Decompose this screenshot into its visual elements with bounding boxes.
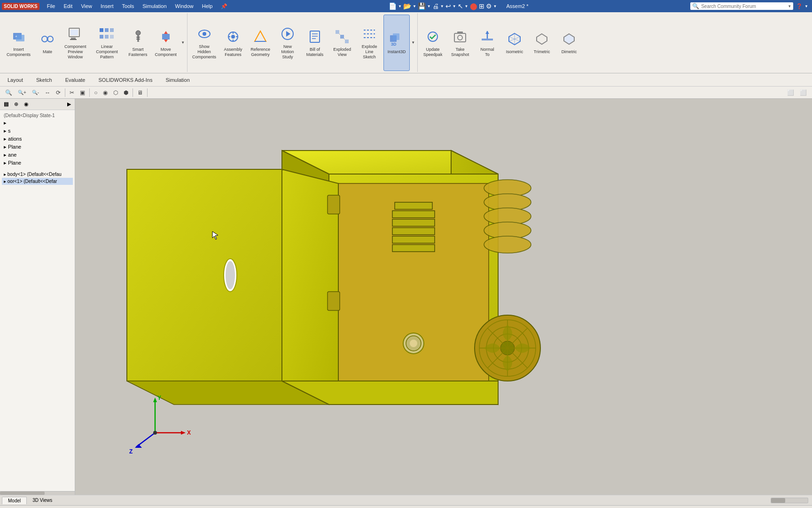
dropdown-arrow[interactable]: ▼	[398, 4, 402, 8]
view-pan[interactable]: ↔	[42, 88, 53, 97]
tab-sketch[interactable]: Sketch	[31, 76, 58, 84]
menu-view[interactable]: View	[77, 2, 96, 10]
dropdown-arrow8[interactable]: ▼	[804, 4, 808, 8]
menu-file[interactable]: File	[43, 2, 59, 10]
red-circle-icon[interactable]: ⬤	[470, 2, 477, 10]
mate-button[interactable]: Mate	[34, 15, 61, 71]
new-motion-study-button[interactable]: NewMotionStudy	[274, 15, 301, 71]
dropdown-arrow6[interactable]: ▼	[465, 4, 468, 8]
dimetric-button[interactable]: Dimetric	[556, 15, 582, 71]
view-appearance[interactable]: ◉	[101, 88, 110, 97]
show-hidden-label: ShowHiddenComponents	[192, 44, 216, 59]
view-realview[interactable]: ⬢	[121, 88, 131, 97]
dropdown-arrow3[interactable]: ▼	[427, 4, 431, 8]
menu-insert[interactable]: Insert	[97, 2, 117, 10]
search-icon: 🔍	[692, 3, 699, 9]
tab-model[interactable]: Model	[2, 497, 27, 504]
take-snapshot-button[interactable]: TakeSnapshot	[447, 15, 473, 71]
trimetric-button[interactable]: Trimetric	[529, 15, 555, 71]
hscroll-bar[interactable]	[771, 498, 808, 503]
tree-item-ane[interactable]: ▸ ane	[2, 151, 73, 159]
tab-layout[interactable]: Layout	[2, 76, 29, 84]
view-expand-left[interactable]: ⬜	[785, 88, 796, 97]
select-icon[interactable]: ↖	[458, 2, 463, 10]
grid-icon[interactable]: ⊞	[479, 2, 484, 10]
question-icon[interactable]: ❓	[796, 3, 803, 9]
menu-window[interactable]: Window	[172, 2, 197, 10]
tree-item-door[interactable]: ▸ oor<1> (Default<<Defar	[2, 178, 73, 185]
group2-expand-icon[interactable]: ▼	[411, 40, 415, 45]
menu-help[interactable]: Help	[198, 2, 217, 10]
menu-tools[interactable]: Tools	[118, 2, 138, 10]
panel-tab-featuretree[interactable]: ▤	[1, 100, 11, 109]
view-hide-show[interactable]: ○	[92, 88, 100, 97]
settings-icon[interactable]: ⚙	[486, 2, 492, 10]
view-display-pane[interactable]: 🖥	[135, 88, 145, 97]
isometric-button[interactable]: Isometric	[501, 15, 528, 71]
instant3d-button[interactable]: 3D Instant3D	[383, 15, 410, 71]
update-speedpak-label: UpdateSpeedpak	[423, 47, 443, 57]
tree-item-1[interactable]: ▸	[2, 119, 73, 127]
new-motion-study-icon	[279, 25, 296, 42]
tree-item-ations[interactable]: ▸ ations	[2, 135, 73, 143]
instant3d-icon: 3D	[388, 31, 405, 48]
exploded-view-button[interactable]: ExplodedView	[329, 15, 355, 71]
view-section[interactable]: ✂	[67, 88, 77, 97]
assembly-features-button[interactable]: AssemblyFeatures	[220, 15, 246, 71]
svg-rect-10	[100, 28, 103, 32]
tab-simulation[interactable]: Simulation	[160, 76, 195, 84]
smart-fasteners-button[interactable]: SmartFasteners	[125, 15, 151, 71]
bill-of-materials-button[interactable]: Bill ofMaterials	[302, 15, 328, 71]
group1-expand-icon[interactable]: ▼	[181, 40, 185, 45]
show-hidden-button[interactable]: ShowHiddenComponents	[189, 15, 219, 71]
tree-item-plane1[interactable]: ▸ Plane	[2, 143, 73, 151]
tab-evaluate[interactable]: Evaluate	[60, 76, 91, 84]
bottom-tabs: Model 3D Views	[0, 495, 812, 505]
menu-edit[interactable]: Edit	[60, 2, 76, 10]
tree-item-2[interactable]: ▸ s	[2, 127, 73, 135]
view-zoom-out[interactable]: 🔍-	[30, 89, 41, 96]
component-preview-button[interactable]: ComponentPreviewWindow	[62, 15, 89, 71]
insert-components-button[interactable]: + InsertComponents	[4, 15, 33, 71]
panel-hscroll[interactable]	[0, 491, 75, 495]
view-rotate[interactable]: ⟳	[54, 88, 63, 97]
reference-geometry-button[interactable]: ReferenceGeometry	[247, 15, 273, 71]
search-input[interactable]	[701, 4, 786, 9]
view-display-style[interactable]: ▣	[78, 88, 87, 97]
update-speedpak-button[interactable]: UpdateSpeedpak	[420, 15, 446, 71]
tab-3dviews[interactable]: 3D Views	[27, 497, 58, 504]
search-dropdown-icon[interactable]: ▼	[788, 4, 791, 8]
linear-pattern-button[interactable]: Linear ComponentPattern	[90, 15, 124, 71]
save-icon[interactable]: 💾	[418, 2, 426, 10]
dropdown-arrow4[interactable]: ▼	[440, 4, 444, 8]
move-component-button[interactable]: MoveComponent	[152, 15, 180, 71]
panel-tab-propertymanager[interactable]: ⊕	[11, 100, 21, 109]
tree-item-plane2[interactable]: ▸ Plane	[2, 159, 73, 167]
3d-viewport[interactable]: Y X Z	[75, 99, 812, 495]
dropdown-arrow5[interactable]: ▼	[453, 4, 456, 8]
undo-icon[interactable]: ↩	[445, 2, 451, 10]
view-scenes[interactable]: ⬡	[111, 88, 120, 97]
panel-tab-expand[interactable]: ▶	[64, 100, 74, 109]
tree-item-body[interactable]: ▸ body<1> (Default<<Defau	[2, 171, 73, 178]
mate-icon	[39, 31, 56, 48]
panel-tab-configmanager[interactable]: ◉	[21, 100, 31, 109]
menu-simulation[interactable]: Simulation	[139, 2, 170, 10]
open-file-icon[interactable]: 📂	[403, 2, 411, 10]
view-zoom-to-fit[interactable]: 🔍	[3, 88, 15, 97]
svg-point-85	[226, 261, 235, 289]
normal-to-button[interactable]: NormalTo	[474, 15, 500, 71]
dropdown-arrow7[interactable]: ▼	[493, 4, 497, 8]
tree-item-assembly[interactable]: (Default<Display State-1	[2, 112, 73, 119]
explode-line-button[interactable]: ExplodeLineSketch	[356, 15, 383, 71]
instant3d-label: Instant3D	[388, 49, 406, 55]
view-zoom-in[interactable]: 🔍+	[16, 89, 29, 96]
dropdown-arrow2[interactable]: ▼	[413, 4, 416, 8]
panel-tabs: ▤ ⊕ ◉ ▶	[0, 99, 75, 110]
new-file-icon[interactable]: 📄	[389, 2, 397, 10]
print-icon[interactable]: 🖨	[432, 2, 439, 10]
svg-marker-31	[255, 31, 266, 41]
menu-pin[interactable]: 📌	[217, 2, 231, 10]
tab-addins[interactable]: SOLIDWORKS Add-Ins	[93, 76, 158, 84]
view-expand-right[interactable]: ⬜	[797, 88, 809, 97]
